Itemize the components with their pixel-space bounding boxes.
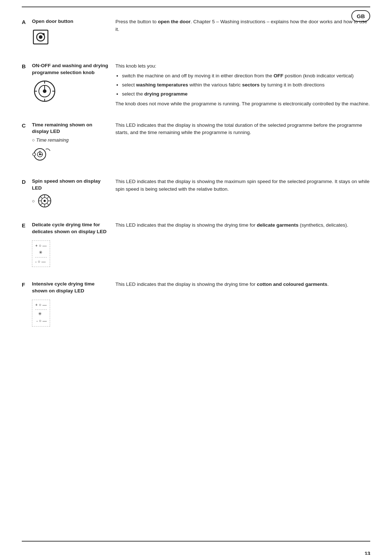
row-f-icon: + ○ — ✳ - ○ — <box>32 297 109 327</box>
row-f-desc: This LED indicates that the display is s… <box>115 281 370 288</box>
row-b-letter: B <box>22 63 32 69</box>
row-e-mid: Delicate cycle drying time for delicates… <box>32 222 115 267</box>
row-e-letter: E <box>22 222 32 228</box>
row-d: D Spin speed shown on display LED ○ <box>22 178 370 211</box>
row-c-italic: ○ Time remaining <box>32 137 109 143</box>
row-c-desc: This LED indicates that the display is s… <box>115 122 370 137</box>
row-c: C Time remaining shown on display LED ○ … <box>22 122 370 168</box>
svg-point-17 <box>33 153 36 156</box>
row-d-title: Spin speed shown on display LED <box>32 178 109 192</box>
row-c-icon: ○ Time remaining <box>32 137 109 164</box>
page-number: 13 <box>364 551 370 555</box>
row-d-desc: This LED indicates that the display is s… <box>115 178 370 193</box>
svg-point-3 <box>42 33 45 35</box>
bottom-border <box>22 541 370 542</box>
gb-badge: GB <box>351 10 370 22</box>
svg-point-2 <box>39 35 42 39</box>
top-border <box>22 7 370 7</box>
row-f-title: Intensive cycle drying time shown on dis… <box>32 281 109 295</box>
row-b-desc: This knob lets you: switch the machine o… <box>115 62 370 108</box>
row-f-letter: F <box>22 281 32 288</box>
row-b-title: ON-OFF and washing and drying programme … <box>32 62 109 76</box>
gb-label: GB <box>357 13 365 19</box>
row-d-icon: ○ <box>32 194 109 208</box>
svg-point-20 <box>44 200 46 202</box>
row-d-mid: Spin speed shown on display LED ○ <box>32 178 115 208</box>
time-remaining-icon <box>32 144 52 163</box>
row-a: A Open door button Press the button to o… <box>22 18 370 52</box>
row-b-mid: ON-OFF and washing and drying programme … <box>32 62 115 105</box>
row-a-desc: Press the button to open the door. Chapt… <box>115 18 370 33</box>
row-a-icon <box>32 27 109 49</box>
knob-icon <box>32 78 57 104</box>
row-a-letter: A <box>22 19 32 25</box>
row-f: F Intensive cycle drying time shown on d… <box>22 281 370 330</box>
spin-speed-icon <box>38 194 52 208</box>
page-container: GB A Open door button Press the b <box>0 7 392 555</box>
row-b-icon <box>32 78 109 105</box>
main-content: A Open door button Press the button to o… <box>22 18 370 330</box>
row-c-letter: C <box>22 122 32 129</box>
row-e: E Delicate cycle drying time for delicat… <box>22 222 370 271</box>
row-e-title: Delicate cycle drying time for delicates… <box>32 222 109 235</box>
row-f-mid: Intensive cycle drying time shown on dis… <box>32 281 115 326</box>
row-c-mid: Time remaining shown on display LED ○ Ti… <box>32 122 115 165</box>
row-b: B ON-OFF and washing and drying programm… <box>22 62 370 112</box>
door-button-icon <box>32 27 52 48</box>
row-c-title: Time remaining shown on display LED <box>32 122 109 135</box>
row-e-desc: This LED indicates that the display is s… <box>115 222 370 229</box>
row-e-icon: + ○ — ✳ - ○ — <box>32 238 109 267</box>
svg-point-6 <box>43 89 46 93</box>
row-a-title: Open door button <box>32 18 109 25</box>
row-d-letter: D <box>22 179 32 185</box>
row-a-mid: Open door button <box>32 18 115 49</box>
